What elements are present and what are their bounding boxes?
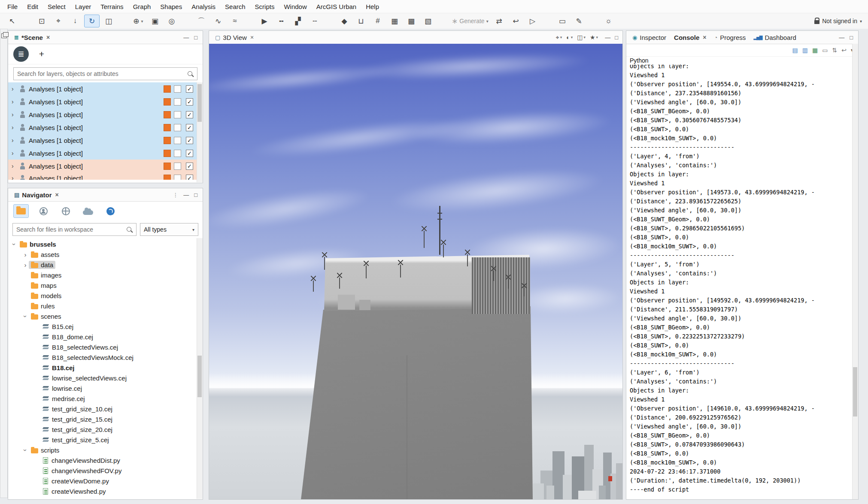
layer-visibility-checkbox[interactable] [186, 124, 193, 131]
menu-item[interactable]: Scripts [250, 1, 279, 12]
tree-item[interactable]: › createViewDome.py [8, 476, 203, 486]
tree-item[interactable]: › B15.cej [8, 321, 203, 332]
expand-arrow-icon[interactable]: › [12, 163, 16, 169]
minimize-panel-button[interactable]: — [839, 34, 844, 41]
layer-color-swatch[interactable] [164, 163, 171, 170]
pointer-tool[interactable]: ↖ [4, 15, 20, 27]
street-segments-icon[interactable]: ╍ [273, 15, 289, 27]
swap-arrows-icon[interactable]: ⇄ [492, 15, 507, 27]
tree-item[interactable]: › assets [8, 249, 203, 260]
tab-navigator[interactable]: ▤ Navigator × [11, 188, 62, 201]
tree-item[interactable]: › maps [8, 280, 203, 290]
layer-colors-button[interactable]: ≣ [13, 46, 29, 62]
push-pull-tool[interactable]: ↓ [67, 15, 83, 27]
freehand-curve-tool[interactable]: ≈ [227, 15, 243, 27]
tree-item[interactable]: › changeViewshedDist.py [8, 455, 203, 465]
open-files-icon[interactable] [13, 204, 29, 218]
cloud-icon[interactable] [80, 204, 96, 218]
menu-item[interactable]: Select [43, 1, 70, 12]
tree-item[interactable]: › images [8, 270, 203, 280]
layer-visibility-checkbox[interactable] [186, 137, 193, 144]
menu-item[interactable]: Window [279, 1, 311, 12]
navigator-scrollbar-thumb[interactable] [197, 356, 202, 397]
layer-backface-swatch[interactable] [174, 111, 181, 118]
layer-visibility-checkbox[interactable] [186, 163, 193, 170]
save-output-icon[interactable]: ▦ [812, 47, 818, 54]
texture-shaded-icon[interactable]: ▦ [387, 15, 402, 27]
tree-item[interactable]: › scripts [8, 445, 203, 455]
capture-icon[interactable]: ◫ ▾ [577, 34, 586, 41]
play-cursor-icon[interactable]: ▷ [525, 15, 540, 27]
portal-globe-icon[interactable] [58, 204, 73, 218]
expand-arrow-icon[interactable]: › [12, 85, 16, 92]
layer-color-swatch[interactable] [164, 175, 171, 180]
layer-visibility-checkbox[interactable] [186, 175, 193, 180]
expand-arrow-icon[interactable]: › [12, 111, 16, 118]
layer-backface-swatch[interactable] [174, 85, 181, 93]
expand-arrow-icon[interactable]: › [12, 124, 16, 131]
tree-expand-arrow[interactable]: › [22, 447, 29, 453]
transform-handles-tool[interactable]: ⊕ ▾ [131, 15, 146, 27]
layer-backface-swatch[interactable] [174, 163, 181, 170]
minimize-panel-button[interactable]: — [605, 34, 610, 41]
duplicate-tool[interactable]: ▣ [147, 15, 163, 27]
tree-item[interactable]: › rules [8, 301, 203, 311]
layer-visibility-checkbox[interactable] [186, 150, 193, 157]
layer-visibility-checkbox[interactable] [186, 85, 193, 93]
layer-row[interactable]: › Analyses [1 object] [8, 108, 203, 121]
layer-visibility-checkbox[interactable] [186, 98, 193, 106]
tree-item[interactable]: › lowrise.cej [8, 383, 203, 393]
navigator-scrollbar[interactable] [197, 238, 203, 499]
maximize-panel-button[interactable]: □ [615, 34, 620, 41]
layer-color-swatch[interactable] [164, 85, 171, 93]
expand-arrow-icon[interactable]: › [12, 175, 16, 180]
maximize-panel-button[interactable]: □ [194, 34, 197, 41]
tree-item[interactable]: › createViewshed.py [8, 486, 203, 496]
files-search-input[interactable] [12, 223, 137, 236]
menu-item[interactable]: Edit [22, 1, 43, 12]
close-tab-icon[interactable]: × [249, 34, 254, 41]
camera-menu-icon[interactable]: ⌖ ▾ [556, 34, 562, 41]
tree-expand-arrow[interactable]: › [22, 313, 29, 320]
layer-backface-swatch[interactable] [174, 124, 181, 131]
tree-item[interactable]: › data [8, 260, 203, 270]
move-tool[interactable]: ⌖ [51, 15, 66, 27]
isolate-tool[interactable]: ◎ [164, 15, 179, 27]
menu-item[interactable]: ArcGIS Urban [312, 1, 361, 12]
open-console-icon[interactable]: ▤ [792, 47, 798, 54]
console-scrollbar[interactable] [852, 44, 858, 499]
tab-3d-view[interactable]: ▢ 3D View × [212, 31, 257, 44]
layer-row[interactable]: › Analyses [1 object] [8, 172, 203, 180]
restore-panel-icon[interactable] [1, 33, 7, 38]
scene-scrollbar[interactable] [197, 82, 203, 182]
layer-color-swatch[interactable] [164, 111, 171, 118]
smooth-curve-tool[interactable]: ∿ [210, 15, 226, 27]
viewport-canvas[interactable] [209, 44, 622, 499]
layer-color-swatch[interactable] [164, 124, 171, 131]
undo-icon[interactable]: ↩ [508, 15, 524, 27]
layer-row[interactable]: › Analyses [1 object] [8, 160, 203, 172]
paint-bucket-tool[interactable]: ⊔ [353, 15, 369, 27]
tree-item[interactable]: › lowrise_selectedViews.cej [8, 373, 203, 383]
layer-row[interactable]: › Analyses [1 object] [8, 95, 203, 108]
tree-expand-arrow[interactable]: › [22, 251, 29, 258]
display-selected-console-icon[interactable]: ▥ [802, 47, 808, 54]
layers-search-input[interactable] [13, 67, 197, 80]
layer-backface-swatch[interactable] [174, 175, 181, 180]
close-tab-icon[interactable]: × [702, 34, 706, 41]
add-layer-button[interactable]: + [34, 46, 49, 62]
layer-color-swatch[interactable] [164, 150, 171, 157]
layer-backface-swatch[interactable] [174, 98, 181, 106]
slope-icon[interactable]: ▞ [290, 15, 306, 27]
tree-item[interactable]: › B18_selectedViewsMock.cej [8, 352, 203, 362]
texture-wire-icon[interactable]: ▧ [420, 15, 436, 27]
tree-item[interactable]: › changeViewshedFOV.py [8, 465, 203, 476]
layer-color-swatch[interactable] [164, 137, 171, 144]
word-wrap-icon[interactable]: ↩ [841, 47, 847, 54]
layer-color-swatch[interactable] [164, 98, 171, 106]
signin-status[interactable]: Not signed in ▾ [814, 18, 864, 24]
edit-curve-tool[interactable]: ⌒ [194, 15, 209, 27]
tree-item[interactable]: › brussels [8, 239, 203, 249]
generate-models-button[interactable]: ▶ [257, 15, 272, 27]
arcgis-online-icon[interactable] [103, 204, 118, 218]
